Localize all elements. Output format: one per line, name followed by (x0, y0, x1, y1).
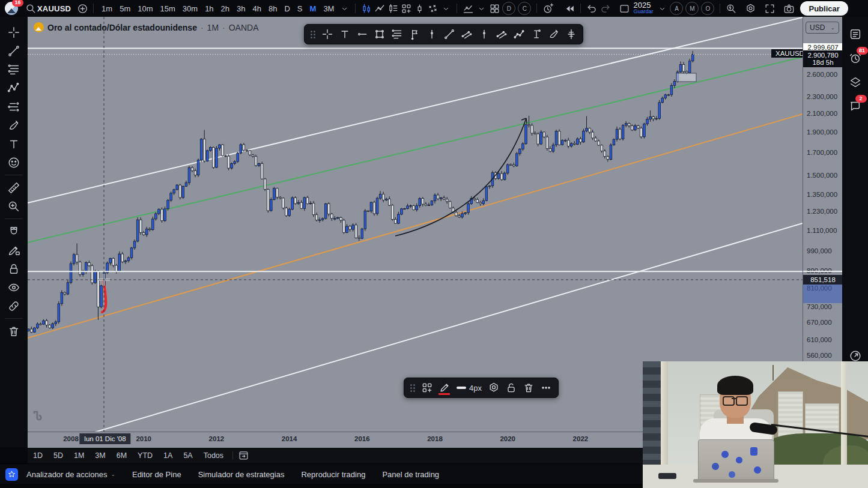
polyline-tool-icon[interactable] (511, 26, 527, 42)
unlock-icon[interactable] (503, 380, 520, 396)
horizontal-line-tool-icon[interactable] (354, 26, 370, 42)
timeframe-4h[interactable]: 4h (249, 4, 265, 13)
goto-date-icon[interactable] (237, 449, 250, 462)
arc-brush-drawing[interactable] (395, 118, 526, 236)
channel-tool-icon[interactable] (458, 26, 475, 42)
price-range-tool-icon[interactable] (528, 26, 544, 42)
template-icon[interactable] (419, 380, 435, 396)
save-layout-button[interactable]: 2025 Guardar (631, 2, 655, 15)
channel-upper[interactable] (28, 17, 803, 203)
chart-style-line-icon[interactable] (373, 2, 386, 15)
timeframe-30m[interactable]: 30m (179, 4, 201, 13)
alert-icon[interactable] (541, 2, 554, 15)
timeframe-15m[interactable]: 15m (157, 4, 179, 13)
search-icon[interactable] (24, 2, 37, 15)
lock-drawings-icon[interactable] (4, 259, 24, 278)
price-mark-tool-icon[interactable] (476, 26, 492, 42)
timeframe-10m[interactable]: 10m (134, 4, 156, 13)
range-ytd[interactable]: YTD (132, 451, 158, 460)
color-pencil-icon[interactable] (436, 380, 452, 396)
measure-tool-icon[interactable] (4, 178, 24, 197)
tab-analizador-de-acciones[interactable]: Analizador de acciones ⌄ (18, 470, 124, 479)
trend-line-tool-icon[interactable] (441, 26, 457, 42)
line-thickness-button[interactable]: 4px (454, 384, 485, 393)
chart-style-bars-icon[interactable] (386, 2, 399, 15)
tab-editor-de-pine[interactable]: Editor de Pine (124, 470, 190, 479)
more-options-icon[interactable] (538, 380, 554, 396)
timeframe-2h[interactable]: 2h (217, 4, 233, 13)
disjoint-channel-tool-icon[interactable] (493, 26, 509, 42)
timeframe-menu-chevron[interactable] (338, 2, 351, 15)
add-symbol-icon[interactable] (76, 2, 89, 15)
layout-grid-icon[interactable] (488, 2, 501, 15)
timeframe-5m[interactable]: 5m (116, 4, 134, 13)
green-line[interactable] (28, 57, 803, 242)
rectangle-tool-icon[interactable] (371, 26, 387, 42)
drag-handle[interactable] (311, 31, 315, 38)
settings-icon[interactable] (744, 2, 757, 15)
range-1d[interactable]: 1D (28, 451, 48, 460)
indicators-icon[interactable] (461, 2, 475, 15)
timeframe-S[interactable]: S (294, 4, 306, 13)
layout-circle-o[interactable]: O (701, 2, 714, 15)
chart-style-hollow-icon[interactable] (413, 2, 426, 15)
price-box-drawing[interactable] (676, 73, 696, 82)
vertical-line-tool-icon[interactable] (423, 26, 440, 42)
object-tree-icon[interactable] (846, 73, 864, 91)
fullscreen-icon[interactable] (763, 2, 776, 15)
watchlist-icon[interactable] (846, 25, 864, 43)
timeframe-1h[interactable]: 1h (201, 4, 217, 13)
sync-drawings-icon[interactable] (4, 297, 24, 315)
range-6m[interactable]: 6M (111, 451, 132, 460)
crosshair-tool-icon[interactable] (319, 26, 335, 42)
volume-profile-tool-icon[interactable] (563, 26, 579, 42)
symbol-search-button[interactable]: XAUUSD (37, 4, 71, 13)
range-3m[interactable]: 3M (90, 451, 111, 460)
tab-panel-de-trading[interactable]: Panel de trading (374, 470, 448, 479)
timeframe-8h[interactable]: 8h (265, 4, 281, 13)
chart-style-chevron[interactable] (439, 2, 452, 15)
remove-drawings-icon[interactable] (4, 322, 24, 340)
range-1a[interactable]: 1A (158, 451, 178, 460)
layout-circle-m[interactable]: M (685, 2, 699, 15)
text-tool-icon[interactable] (4, 134, 24, 153)
pattern-tool-icon[interactable] (4, 79, 24, 97)
chart-style-scatter-icon[interactable] (426, 2, 439, 15)
orange-line[interactable] (28, 114, 803, 338)
tab-circle-d[interactable]: D (502, 2, 515, 15)
crosshair-tool-icon[interactable] (4, 23, 24, 41)
props-drag-handle[interactable] (410, 384, 415, 392)
zoom-in-tool-icon[interactable] (4, 197, 24, 215)
chart-style-candles-icon[interactable] (360, 2, 373, 15)
layout-circle-a[interactable]: A (670, 2, 683, 15)
compare-icon[interactable] (399, 2, 413, 15)
forecast-tool-icon[interactable] (4, 97, 24, 116)
range-5d[interactable]: 5D (48, 451, 68, 460)
fib-tool-icon[interactable] (4, 60, 24, 79)
range-1m[interactable]: 1M (68, 451, 90, 460)
layout-icon[interactable] (618, 2, 631, 15)
chat-icon[interactable]: 2 (846, 97, 864, 115)
brush-tool-icon[interactable] (545, 26, 562, 42)
range-todos[interactable]: Todos (198, 451, 229, 460)
indicators-chevron[interactable] (475, 2, 488, 15)
emoji-tool-icon[interactable] (4, 153, 24, 172)
hide-drawings-icon[interactable] (4, 278, 24, 297)
chart-legend[interactable]: Oro al contado/Dólar estadounidense · 1M… (34, 22, 259, 32)
tab-circle-c[interactable]: C (518, 2, 531, 15)
text-tool-icon[interactable] (336, 26, 353, 42)
parallel-lines-tool-icon[interactable] (389, 26, 405, 42)
undo-icon[interactable] (585, 2, 598, 15)
timeframe-3M[interactable]: 3M (320, 4, 338, 13)
flag-tool-icon[interactable] (406, 26, 422, 42)
props-settings-icon[interactable] (486, 380, 502, 396)
save-chevron[interactable] (655, 2, 669, 15)
publish-button[interactable]: Publicar (800, 1, 848, 16)
alerts-icon[interactable]: 81 (846, 49, 864, 67)
timeframe-3h[interactable]: 3h (233, 4, 249, 13)
snapshot-icon[interactable] (782, 2, 795, 15)
timeframe-D[interactable]: D (281, 4, 293, 13)
tab-reproducir-trading[interactable]: Reproducir trading (293, 470, 374, 479)
magnet-mode-icon[interactable] (4, 222, 24, 241)
tab-simulador-de-estrategias[interactable]: Simulador de estrategias (190, 470, 293, 479)
